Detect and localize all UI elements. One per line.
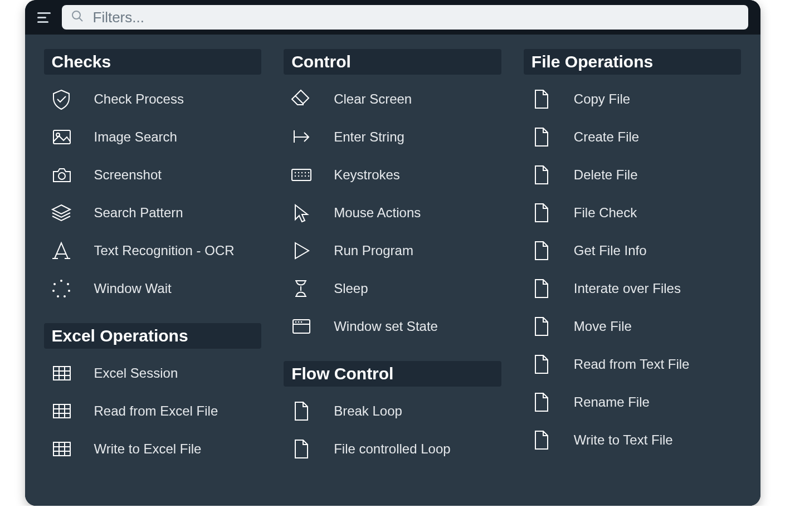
item-label: File controlled Loop (334, 441, 450, 457)
section: ControlClear ScreenEnter StringKeystroke… (284, 49, 501, 345)
hourglass-icon (287, 277, 315, 300)
item-label: Get File Info (574, 243, 647, 258)
list-item[interactable]: Delete File (524, 156, 742, 194)
grid-icon (47, 362, 75, 384)
list-item[interactable]: Mouse Actions (284, 194, 501, 232)
section-title: Control (291, 52, 494, 71)
item-label: Break Loop (334, 403, 402, 419)
section-header: Checks (44, 49, 262, 75)
section-title: Flow Control (291, 364, 494, 383)
svg-point-26 (72, 11, 80, 19)
item-label: Excel Session (94, 365, 178, 381)
list-item[interactable]: Break Loop (284, 392, 501, 430)
app-shell: ChecksCheck ProcessImage SearchScreensho… (25, 0, 760, 506)
list-item[interactable]: Create File (524, 118, 742, 156)
item-label: Window Wait (94, 281, 172, 296)
grid-icon (47, 438, 75, 460)
search-box[interactable] (62, 5, 748, 30)
panel: ChecksCheck ProcessImage SearchScreensho… (25, 35, 760, 506)
list-item[interactable]: Text Recognition - OCR (44, 232, 262, 270)
section: ChecksCheck ProcessImage SearchScreensho… (44, 49, 262, 308)
item-label: Enter String (334, 129, 404, 145)
file-icon (527, 164, 555, 186)
enter-icon (287, 126, 315, 148)
file-icon (527, 240, 555, 262)
grid-icon (47, 400, 75, 422)
list-item[interactable]: Interate over Files (524, 270, 742, 308)
list-item[interactable]: File Check (524, 194, 742, 232)
section: Flow ControlBreak LoopFile controlled Lo… (284, 361, 501, 468)
window-icon (287, 315, 315, 338)
column: ControlClear ScreenEnter StringKeystroke… (284, 49, 501, 484)
item-label: Delete File (574, 167, 638, 183)
search-icon (71, 9, 84, 25)
item-label: File Check (574, 205, 637, 221)
column: File OperationsCopy FileCreate FileDelet… (524, 49, 742, 484)
item-label: Keystrokes (334, 167, 400, 183)
list-item[interactable]: Move File (524, 308, 742, 345)
camera-icon (47, 164, 75, 186)
list-item[interactable]: Copy File (524, 80, 742, 118)
item-label: Image Search (94, 129, 177, 145)
item-label: Move File (574, 319, 632, 334)
cursor-icon (287, 202, 315, 224)
column: ChecksCheck ProcessImage SearchScreensho… (44, 49, 262, 484)
shield-check-icon (47, 88, 75, 110)
list-item[interactable]: Check Process (44, 80, 262, 118)
file-icon (287, 438, 315, 460)
list-item[interactable]: Run Program (284, 232, 501, 270)
item-label: Screenshot (94, 167, 162, 183)
item-label: Sleep (334, 281, 368, 296)
file-icon (527, 353, 555, 375)
list-item[interactable]: Screenshot (44, 156, 262, 194)
section: File OperationsCopy FileCreate FileDelet… (524, 49, 742, 459)
list-item[interactable]: Rename File (524, 383, 742, 421)
list-item[interactable]: Write to Text File (524, 421, 742, 459)
list-item[interactable]: Window set State (284, 308, 501, 345)
file-icon (527, 88, 555, 110)
list-item[interactable]: Excel Session (44, 354, 262, 392)
layers-icon (47, 202, 75, 224)
item-label: Check Process (94, 91, 184, 107)
list-item[interactable]: Search Pattern (44, 194, 262, 232)
file-icon (527, 202, 555, 224)
list-item[interactable]: File controlled Loop (284, 430, 501, 468)
section-title: Excel Operations (52, 326, 254, 345)
item-label: Write to Text File (574, 432, 673, 448)
list-item[interactable]: Write to Excel File (44, 430, 262, 468)
file-icon (527, 315, 555, 338)
file-icon (527, 429, 555, 451)
dots-wait-icon (47, 277, 75, 300)
list-item[interactable]: Image Search (44, 118, 262, 156)
list-item[interactable]: Sleep (284, 270, 501, 308)
section-title: File Operations (532, 52, 734, 71)
section-header: Excel Operations (44, 323, 262, 349)
item-label: Clear Screen (334, 91, 412, 107)
section-header: Flow Control (284, 361, 501, 387)
play-icon (287, 240, 315, 262)
list-item[interactable]: Enter String (284, 118, 501, 156)
item-label: Mouse Actions (334, 205, 421, 221)
section-header: File Operations (524, 49, 742, 75)
list-item[interactable]: Get File Info (524, 232, 742, 270)
list-item[interactable]: Window Wait (44, 270, 262, 308)
item-label: Read from Text File (574, 357, 690, 372)
item-label: Search Pattern (94, 205, 183, 221)
columns: ChecksCheck ProcessImage SearchScreensho… (44, 49, 742, 484)
text-a-icon (47, 240, 75, 262)
list-item[interactable]: Keystrokes (284, 156, 501, 194)
list-item[interactable]: Clear Screen (284, 80, 501, 118)
item-label: Write to Excel File (94, 441, 202, 457)
keyboard-icon (287, 164, 315, 186)
item-label: Run Program (334, 243, 413, 258)
section-title: Checks (52, 52, 254, 71)
list-item[interactable]: Read from Text File (524, 345, 742, 383)
item-label: Copy File (574, 91, 630, 107)
file-icon (527, 391, 555, 413)
list-item[interactable]: Read from Excel File (44, 392, 262, 430)
topbar (25, 0, 760, 35)
item-label: Window set State (334, 319, 438, 334)
menu-icon[interactable] (37, 10, 52, 25)
search-input[interactable] (92, 8, 739, 27)
item-label: Text Recognition - OCR (94, 243, 235, 258)
